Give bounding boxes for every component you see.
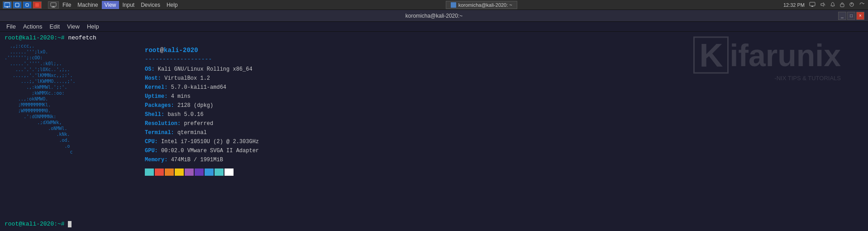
palette-red <box>155 168 164 176</box>
tray-bell-icon[interactable] <box>829 2 836 8</box>
sysinfo-resolution: Resolution: preferred <box>145 120 317 128</box>
tray-screen-icon[interactable] <box>808 2 816 8</box>
hostname: kali-2020 <box>164 47 198 54</box>
command-text: neofetch <box>68 34 96 41</box>
toolbar-btn-display[interactable] <box>3 1 12 9</box>
vm-menubar: File Actions Edit View Help <box>0 22 868 32</box>
username: root <box>145 47 160 54</box>
vm-minimize-btn[interactable]: _ <box>838 12 846 20</box>
cursor <box>68 221 72 227</box>
vm-maximize-btn[interactable]: □ <box>847 12 855 20</box>
palette-dark-purple <box>195 168 204 176</box>
sysinfo-host: Host: VirtualBox 1.2 <box>145 74 317 82</box>
sysinfo-uptime: Uptime: 4 mins <box>145 92 317 101</box>
sysinfo-packages: Packages: 2128 (dpkg) <box>145 101 317 110</box>
toolbar-btn-2[interactable] <box>23 1 32 9</box>
palette-yellow <box>175 168 184 176</box>
tray-lock-icon[interactable] <box>839 2 845 8</box>
os-menu-view[interactable]: View <box>102 1 119 9</box>
os-menu-input[interactable]: Input <box>120 1 138 9</box>
toolbar-btn-vm[interactable] <box>48 1 59 9</box>
color-palette <box>145 168 317 176</box>
os-topbar: File Machine View Input Devices Help kor… <box>0 0 868 10</box>
prompt-text-2: root@kali-2020:~# <box>5 221 68 227</box>
os-menu-file[interactable]: File <box>60 1 74 9</box>
svg-rect-3 <box>15 3 19 7</box>
svg-rect-5 <box>35 3 39 7</box>
clock: 12:32 PM <box>782 2 806 8</box>
svg-rect-14 <box>840 4 844 7</box>
svg-rect-6 <box>51 3 56 6</box>
vm-title: koromicha@kali-2020:~ <box>405 13 463 19</box>
tab-title: koromicha@kali-2020: ~ <box>458 2 512 8</box>
vm-menu-edit[interactable]: Edit <box>47 23 62 30</box>
toolbar-icons <box>3 1 42 9</box>
palette-teal <box>145 168 154 176</box>
palette-purple <box>185 168 194 176</box>
sysinfo: root@kali-2020 ------------------- OS: K… <box>145 43 317 176</box>
sysinfo-cpu: CPU: Intel i7-10510U (2) @ 2.303GHz <box>145 138 317 146</box>
os-menu-devices[interactable]: Devices <box>138 1 163 9</box>
os-topbar-right: 12:32 PM <box>782 2 865 8</box>
os-menu-machine[interactable]: Machine <box>75 1 100 9</box>
sysinfo-terminal: Terminal: qterminal <box>145 129 317 137</box>
terminal-content[interactable]: root@kali-2020:~# neofetch .,;:ccc,. ...… <box>0 32 868 231</box>
prompt-text-1: root@kali-2020:~# <box>5 34 68 41</box>
svg-marker-11 <box>821 3 824 6</box>
svg-rect-9 <box>810 2 815 6</box>
initial-prompt: root@kali-2020:~# neofetch <box>5 34 863 41</box>
os-topbar-center: koromicha@kali-2020: ~ <box>446 1 517 9</box>
tab-terminal[interactable]: koromicha@kali-2020: ~ <box>446 1 517 9</box>
neofetch-container: .,;:ccc,. ......''';lxO. .''''''';:cOO: … <box>5 43 863 176</box>
vm-menu-actions[interactable]: Actions <box>20 23 45 30</box>
svg-line-12 <box>824 4 825 5</box>
vm-menu-file[interactable]: File <box>4 23 19 30</box>
vm-titlebar: koromicha@kali-2020:~ _ □ × <box>0 10 868 22</box>
tray-sound-icon[interactable] <box>819 2 826 8</box>
tray-power-icon[interactable] <box>848 2 855 8</box>
vm-close-btn[interactable]: × <box>856 12 864 20</box>
palette-white <box>224 168 234 176</box>
palette-blue <box>205 168 214 176</box>
vm-window-controls: _ □ × <box>838 12 864 20</box>
bottom-prompt: root@kali-2020:~# <box>5 221 72 227</box>
sysinfo-shell: Shell: bash 5.0.16 <box>145 111 317 119</box>
sysinfo-user: root@kali-2020 <box>145 47 317 54</box>
sysinfo-os: OS: Kali GNU/Linux Rolling x86_64 <box>145 65 317 73</box>
tray-refresh-icon[interactable] <box>858 2 865 8</box>
ascii-art: .,;:ccc,. ......''';lxO. .''''''';:cOO: … <box>5 43 131 176</box>
vm-window: koromicha@kali-2020:~ _ □ × File Actions… <box>0 10 868 231</box>
vm-menu-help[interactable]: Help <box>84 23 102 30</box>
svg-rect-10 <box>811 6 813 7</box>
svg-rect-4 <box>26 4 29 6</box>
sysinfo-separator: ------------------- <box>145 56 317 63</box>
terminal-tab-icon <box>451 2 456 8</box>
palette-cyan <box>215 168 224 176</box>
os-menu-help[interactable]: Help <box>164 1 181 9</box>
at-sign: @ <box>160 47 164 54</box>
sysinfo-memory: Memory: 474MiB / 1991MiB <box>145 156 317 164</box>
toolbar-btn-red[interactable] <box>33 1 42 9</box>
palette-orange <box>165 168 174 176</box>
svg-rect-0 <box>5 3 10 7</box>
sysinfo-kernel: Kernel: 5.7.0-kali1-amd64 <box>145 83 317 91</box>
toolbar-btn-1[interactable] <box>13 1 22 9</box>
vm-menu-view[interactable]: View <box>64 23 82 30</box>
sysinfo-gpu: GPU: 00:02.0 VMware SVGA II Adapter <box>145 147 317 155</box>
os-topbar-left: File Machine View Input Devices Help <box>3 1 181 9</box>
